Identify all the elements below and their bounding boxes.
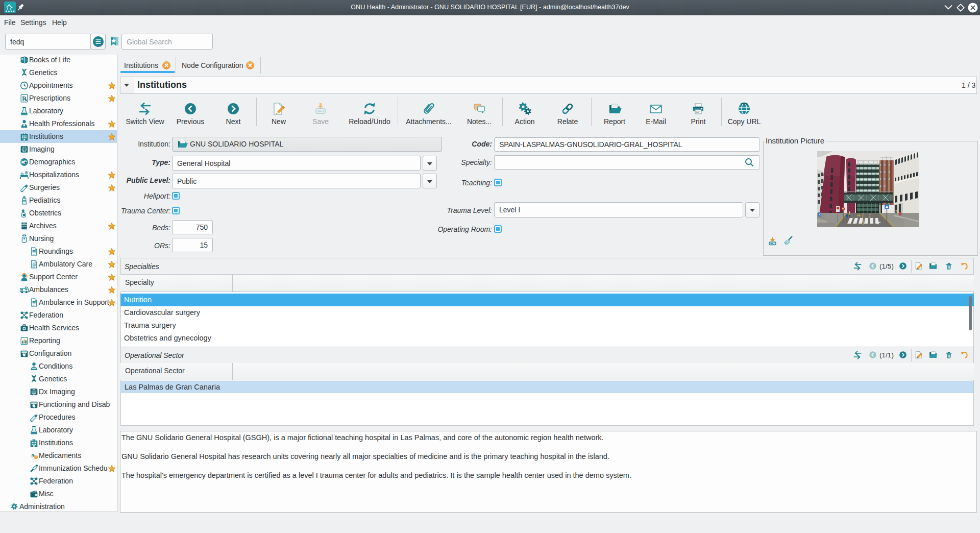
- svg-text:R: R: [22, 95, 27, 102]
